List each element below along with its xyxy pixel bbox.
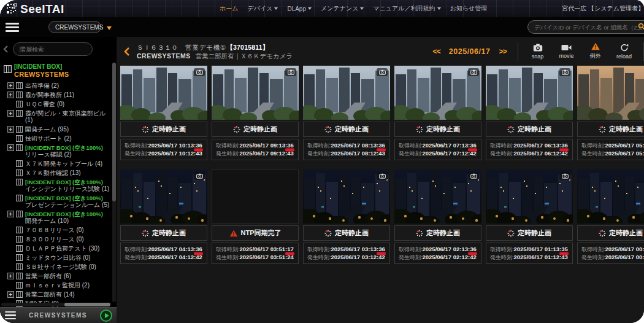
tree-item[interactable]: ＳＢ社サイネージ試験 (0)	[2, 262, 110, 271]
search-icon[interactable]	[638, 23, 644, 30]
camera-snapshot-photo[interactable]	[577, 169, 644, 224]
acquired-label: 取得時刻:	[581, 142, 605, 149]
camera-snapshot-photo[interactable]	[577, 66, 644, 120]
tree-item[interactable]: 営業二部所有 (14)	[2, 290, 110, 299]
tree-item[interactable]: [INCIDENT BOX] (空き100%) 開発チーム (10)	[2, 209, 110, 225]
remove-button[interactable]	[559, 148, 569, 151]
remove-button[interactable]	[194, 148, 203, 151]
scheduled-capture-icon	[233, 126, 240, 133]
expand-toggle-icon[interactable]	[7, 110, 14, 117]
org-dropdown-caret-icon[interactable]	[107, 21, 112, 33]
event-type-label: 定時静止画	[303, 225, 390, 241]
event-type-text: 定時静止画	[609, 228, 643, 238]
remove-button[interactable]	[468, 252, 477, 255]
nav-devices[interactable]: デバイス	[247, 4, 278, 13]
expand-toggle-icon[interactable]	[7, 82, 14, 89]
tree-item[interactable]: 霞が関ビル・東京倶楽部ビル (1)	[2, 109, 110, 125]
expand-toggle-icon[interactable]	[7, 273, 14, 279]
building-icon	[16, 144, 23, 151]
scheduled-capture-icon	[324, 230, 332, 237]
camera-snapshot-photo[interactable]	[212, 169, 299, 224]
building-icon	[16, 179, 23, 185]
menu-hamburger-icon[interactable]	[6, 23, 19, 32]
user-name[interactable]: 宮代一広 【システム管理者】	[562, 4, 644, 13]
tree-item[interactable]: 開発チーム (95)	[2, 125, 110, 134]
tree-item[interactable]: ミッドタウン日比谷 (0)	[2, 253, 110, 262]
camera-icon	[559, 68, 570, 76]
camera-snapshot-photo[interactable]	[394, 66, 481, 120]
back-button[interactable]	[124, 47, 129, 56]
timestamps-box: 取得時刻:2025/06/17 10:13:36 発生時刻:2025/06/17…	[120, 139, 207, 160]
remove-button[interactable]	[377, 148, 386, 151]
expand-toggle-icon[interactable]	[7, 211, 14, 217]
camera-snapshot-photo[interactable]	[303, 169, 390, 224]
tree-item[interactable]: ７０６８リリース (0)	[2, 225, 110, 235]
camera-snapshot-photo[interactable]	[120, 66, 207, 120]
expand-toggle-icon[interactable]	[7, 291, 14, 298]
tree-vertical-scrollbar[interactable]	[112, 63, 116, 302]
incident-box-tag: [INCIDENT BOX] (空き100%)	[25, 144, 103, 151]
movie-button[interactable]: movie	[552, 44, 581, 59]
acquired-label: 取得時刻:	[125, 246, 148, 252]
footer-menu-icon[interactable]	[5, 311, 16, 320]
prev-day-button[interactable]: <<	[432, 47, 440, 56]
tree-horizontal-scrollbar[interactable]	[1, 303, 110, 306]
event-type-text: 定時静止画	[518, 228, 551, 238]
remove-button[interactable]	[194, 252, 203, 255]
timestamps-box: 取得時刻:2025/06/17 05:13:36 発生時刻:2025/06/17…	[577, 139, 644, 160]
date-display[interactable]: 2025/06/17	[449, 47, 491, 56]
camera-snapshot-photo[interactable]	[486, 169, 573, 224]
event-type-text: 定時静止画	[152, 125, 186, 134]
acquired-label: 取得時刻:	[399, 142, 423, 149]
tree-item-label: プレゼンテーションルーム (5)	[25, 201, 109, 208]
tree-item[interactable]: [INCIDENT BOX] (空き100%) リリース確認 (2)	[2, 143, 110, 159]
snap-button[interactable]: snap	[523, 44, 552, 60]
next-day-button[interactable]: >>	[499, 47, 507, 56]
tree-item[interactable]: ８３００リリース (0)	[2, 235, 110, 244]
tree-item[interactable]: [INCIDENT BOX] (空き100%) プレゼンテーションルーム (5)	[2, 193, 110, 209]
tree-item[interactable]: ｍｌｓｅｒｖ監視用 (2)	[2, 281, 110, 290]
event-type-label: 定時静止画	[577, 225, 644, 241]
camera-snapshot-photo[interactable]	[486, 66, 573, 120]
nav-manual-terms[interactable]: マニュアル／利用規約	[373, 4, 440, 13]
tree-item[interactable]: 出荷準備 (2)	[2, 81, 110, 90]
tree-item[interactable]: 霞が関事務所 (11)	[2, 90, 110, 99]
tree-item[interactable]: 営業一部所有 (6)	[2, 271, 110, 281]
camera-snapshot-photo[interactable]	[303, 66, 390, 120]
tree-item[interactable]: ＤＬＡＰＰ負荷テスト (30)	[2, 244, 110, 253]
device-search-input[interactable]	[527, 20, 644, 34]
play-button[interactable]	[100, 309, 112, 322]
date-navigation: << 2025/06/17 >>	[432, 47, 507, 56]
tree-item[interactable]: ＵＱＣ審査 (0)	[2, 99, 110, 109]
app-logo[interactable]: SeeITAI	[6, 3, 64, 15]
timestamps-box: 取得時刻:2025/06/17 03:13:36 発生時刻:2025/06/17…	[303, 243, 390, 264]
nav-dlapp[interactable]: DLApp	[287, 6, 312, 12]
remove-button[interactable]	[377, 252, 386, 255]
acquired-label: 取得時刻:	[490, 246, 514, 252]
exception-button[interactable]: 例外	[581, 42, 610, 60]
hierarchy-search-input[interactable]	[13, 42, 93, 56]
occurred-label: 発生時刻:	[399, 150, 423, 157]
expand-toggle-icon[interactable]	[7, 144, 14, 151]
remove-button[interactable]	[285, 252, 294, 255]
tree-root-crewsystems[interactable]: [INCIDENT BOX] CREWSYSTEMS	[2, 63, 110, 81]
reload-button[interactable]: reload	[610, 44, 638, 60]
nav-notice-admin[interactable]: お知らせ管理	[450, 4, 488, 13]
tree-item[interactable]: Ｘ７Ｋ開発キットプール (4)	[2, 159, 110, 168]
remove-button[interactable]	[559, 252, 569, 255]
tree-item[interactable]: Ｘ７Ｋ動作確認 (13)	[2, 168, 110, 177]
camera-snapshot-photo[interactable]	[120, 169, 207, 224]
collapse-sidebar-icon[interactable]	[3, 45, 8, 53]
expand-toggle-icon[interactable]	[7, 91, 14, 98]
expand-toggle-icon[interactable]	[7, 126, 14, 133]
camera-snapshot-photo[interactable]	[394, 169, 481, 224]
org-selector[interactable]: CREWSYSTEMS	[48, 21, 101, 33]
nav-home[interactable]: ホーム	[220, 4, 238, 13]
remove-button[interactable]	[285, 148, 294, 151]
tree-item[interactable]: [INCIDENT BOX] (空き100%) インシデントリリース試験 (1)	[2, 177, 110, 193]
camera-snapshot-photo[interactable]	[212, 66, 299, 120]
tree-item[interactable]: 技術サポート (2)	[2, 134, 110, 143]
nav-maintenance[interactable]: メンテナンス	[321, 4, 364, 13]
main-panel: ＳＩ６３１０ 営業デモ機①【37015811】 CREWSYSTEMS営業二部所…	[117, 37, 644, 323]
remove-button[interactable]	[468, 148, 477, 151]
